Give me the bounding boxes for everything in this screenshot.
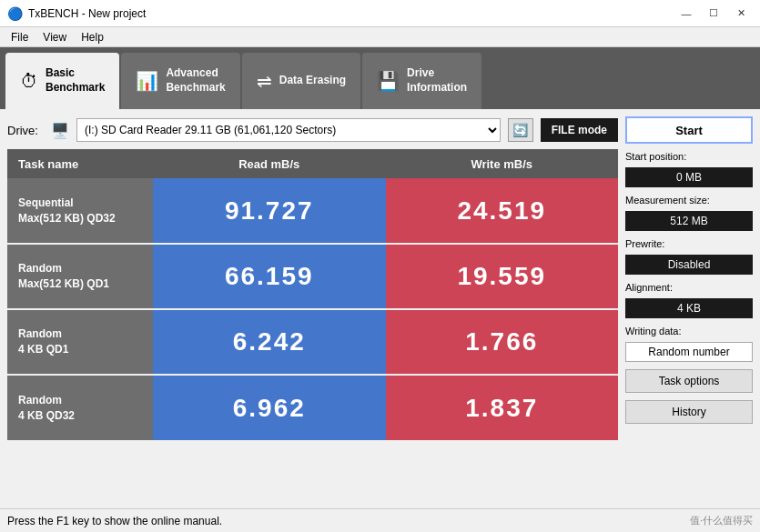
status-text: Press the F1 key to show the online manu…	[7, 515, 222, 527]
history-button[interactable]: History	[625, 400, 753, 424]
drive-select[interactable]: (I:) SD Card Reader 29.11 GB (61,061,120…	[76, 118, 501, 142]
task-cell: SequentialMax(512 KB) QD32	[7, 178, 153, 244]
minimize-button[interactable]: —	[674, 5, 698, 23]
task-cell: RandomMax(512 KB) QD1	[7, 244, 153, 309]
start-position-value: 0 MB	[625, 167, 753, 187]
alignment-value: 4 KB	[625, 298, 753, 318]
status-bar: Press the F1 key to show the online manu…	[0, 508, 760, 532]
read-cell: 6.962	[153, 375, 386, 440]
right-panel: Start Start position: 0 MB Measurement s…	[625, 116, 753, 501]
prewrite-value: Disabled	[625, 255, 753, 275]
tab-erasing-icon: ⇌	[257, 72, 272, 90]
maximize-button[interactable]: ☐	[702, 5, 725, 23]
tab-erasing-label: Data Erasing	[279, 74, 346, 88]
table-row: Random4 KB QD32 6.962 1.837	[7, 375, 618, 440]
left-panel: Drive: 🖥️ (I:) SD Card Reader 29.11 GB (…	[7, 116, 618, 501]
col-write: Write mB/s	[386, 149, 619, 178]
tab-advanced-icon: 📊	[136, 72, 158, 90]
writing-data-value: Random number	[625, 342, 753, 362]
drive-label: Drive:	[7, 124, 44, 137]
title-bar: 🔵 TxBENCH - New project — ☐ ✕	[0, 0, 760, 27]
table-header-row: Task name Read mB/s Write mB/s	[7, 149, 618, 178]
table-row: SequentialMax(512 KB) QD32 91.727 24.519	[7, 178, 618, 244]
file-mode-button[interactable]: FILE mode	[541, 118, 618, 142]
drive-icon: 🖥️	[51, 122, 69, 139]
toolbar: ⏱ BasicBenchmark 📊 AdvancedBenchmark ⇌ D…	[0, 47, 760, 109]
col-read: Read mB/s	[153, 149, 386, 178]
tab-basic-icon: ⏱	[20, 72, 38, 90]
close-button[interactable]: ✕	[729, 5, 753, 23]
prewrite-label: Prewrite:	[625, 238, 753, 249]
drive-row: Drive: 🖥️ (I:) SD Card Reader 29.11 GB (…	[7, 116, 618, 144]
app-icon: 🔵	[7, 6, 23, 21]
measurement-size-value: 512 MB	[625, 211, 753, 231]
tab-data-erasing[interactable]: ⇌ Data Erasing	[242, 53, 360, 109]
write-value: 1.837	[390, 394, 615, 423]
tab-advanced-label: AdvancedBenchmark	[166, 66, 225, 95]
title-bar-controls: — ☐ ✕	[674, 5, 753, 23]
tab-basic-label: BasicBenchmark	[46, 66, 105, 95]
tab-drive-information[interactable]: 💾 DriveInformation	[362, 53, 481, 109]
read-cell: 66.159	[153, 244, 386, 309]
col-task-name: Task name	[7, 149, 153, 178]
benchmark-table: Task name Read mB/s Write mB/s Sequentia…	[7, 149, 618, 440]
write-cell: 19.559	[386, 244, 619, 309]
write-cell: 1.837	[386, 375, 619, 440]
write-value: 19.559	[390, 262, 615, 291]
task-cell: Random4 KB QD1	[7, 309, 153, 375]
read-value: 66.159	[157, 262, 382, 291]
table-row: Random4 KB QD1 6.242 1.766	[7, 309, 618, 375]
branding-text: 值·什么值得买	[690, 514, 753, 527]
tab-drive-icon: 💾	[377, 72, 400, 90]
window-title: TxBENCH - New project	[28, 7, 146, 20]
task-cell: Random4 KB QD32	[7, 375, 153, 440]
read-cell: 6.242	[153, 309, 386, 375]
start-button[interactable]: Start	[625, 116, 753, 144]
read-value: 91.727	[157, 196, 382, 226]
write-value: 24.519	[390, 196, 615, 226]
tab-basic-benchmark[interactable]: ⏱ BasicBenchmark	[5, 53, 119, 109]
drive-refresh-button[interactable]: 🔄	[508, 118, 533, 142]
start-position-label: Start position:	[625, 151, 753, 162]
write-cell: 1.766	[386, 309, 619, 375]
write-cell: 24.519	[386, 178, 619, 244]
table-row: RandomMax(512 KB) QD1 66.159 19.559	[7, 244, 618, 309]
read-value: 6.242	[157, 327, 382, 356]
menu-bar: File View Help	[0, 27, 760, 47]
writing-data-label: Writing data:	[625, 326, 753, 336]
read-cell: 91.727	[153, 178, 386, 244]
title-bar-left: 🔵 TxBENCH - New project	[7, 6, 146, 21]
tab-drive-label: DriveInformation	[407, 66, 467, 95]
alignment-label: Alignment:	[625, 282, 753, 293]
main-content: Drive: 🖥️ (I:) SD Card Reader 29.11 GB (…	[0, 109, 760, 508]
read-value: 6.962	[157, 394, 382, 423]
menu-help[interactable]: Help	[74, 29, 111, 45]
task-options-button[interactable]: Task options	[625, 369, 753, 393]
measurement-size-label: Measurement size:	[625, 195, 753, 206]
tab-advanced-benchmark[interactable]: 📊 AdvancedBenchmark	[121, 53, 239, 109]
menu-view[interactable]: View	[35, 29, 74, 45]
menu-file[interactable]: File	[4, 29, 35, 45]
write-value: 1.766	[390, 327, 615, 356]
